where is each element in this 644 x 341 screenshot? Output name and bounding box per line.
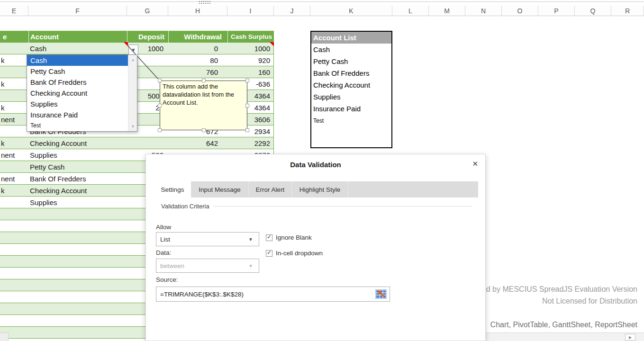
selection-handle[interactable]	[158, 79, 162, 82]
table-header-cash-surplus[interactable]: Cash Surplus	[227, 31, 274, 43]
table-header-deposit[interactable]: Deposit	[127, 31, 168, 43]
cell-type[interactable]	[1, 43, 27, 54]
table-header-type-fragment[interactable]: e	[0, 31, 28, 43]
tab-error-alert[interactable]: Error Alert	[249, 181, 292, 197]
cell-type[interactable]	[1, 126, 27, 137]
cell-type[interactable]: k	[1, 78, 27, 90]
allow-select[interactable]: List ▼	[156, 232, 259, 246]
column-header-h[interactable]: H	[168, 6, 227, 16]
table-header-withdrawal[interactable]: Withdrawal	[168, 31, 227, 43]
tab-settings[interactable]: Settings	[154, 181, 191, 197]
account-list-item[interactable]: Supplies	[311, 91, 391, 103]
cell-withdrawal[interactable]: 0	[168, 43, 223, 54]
cell-account[interactable]: Petty Cash	[28, 161, 126, 172]
column-header-f[interactable]: F	[28, 6, 127, 16]
account-list-item[interactable]: Bank Of Fredders	[311, 67, 391, 79]
cell-account[interactable]	[28, 291, 126, 303]
cell-type[interactable]	[1, 220, 27, 232]
cell-type[interactable]: k	[1, 54, 27, 66]
cell-account[interactable]	[28, 303, 126, 314]
cell-type[interactable]	[1, 161, 27, 172]
cell-account[interactable]	[28, 256, 126, 267]
column-header-e[interactable]: E	[0, 6, 28, 16]
dropdown-item[interactable]: Test	[27, 120, 128, 131]
cell-type[interactable]	[1, 208, 27, 220]
cell-account[interactable]: Cash	[28, 43, 126, 54]
column-header-n[interactable]: N	[465, 6, 502, 16]
account-list-item[interactable]: Test	[311, 115, 391, 126]
column-header-p[interactable]: P	[538, 6, 575, 16]
dropdown-item[interactable]: Insurance Paid	[27, 109, 128, 120]
account-list-item[interactable]: Petty Cash	[311, 55, 391, 67]
column-header-g[interactable]: G	[127, 6, 168, 16]
cell-account[interactable]: Checking Account	[28, 185, 126, 196]
cell-type[interactable]	[1, 66, 27, 78]
tab-highlight-style[interactable]: Highlight Style	[292, 181, 348, 197]
cell-account[interactable]	[28, 232, 126, 243]
drag-handle-dots-icon[interactable]	[199, 0, 211, 4]
chevron-down-icon[interactable]: ▼	[243, 237, 259, 242]
scroll-up-icon[interactable]: ▲	[128, 56, 137, 63]
cell-account[interactable]	[28, 244, 126, 255]
selection-handle[interactable]	[158, 104, 162, 108]
cell-withdrawal[interactable]: 642	[168, 137, 223, 149]
incell-dropdown-checkbox[interactable]: ✓ In-cell dropdown	[266, 250, 323, 257]
checkbox-icon[interactable]: ✓	[266, 250, 272, 257]
cell-type[interactable]	[1, 90, 27, 101]
cell-type[interactable]: nent	[1, 114, 27, 125]
account-list-item[interactable]: Insurance Paid	[311, 103, 391, 115]
cell-withdrawal[interactable]: 80	[168, 54, 223, 66]
dropdown-item[interactable]: Checking Account	[27, 88, 128, 99]
source-input[interactable]: =TRIMRANGE($K$3:.$K$28)	[156, 287, 390, 302]
close-icon[interactable]: ✕	[472, 160, 478, 168]
dropdown-item[interactable]: Supplies	[27, 99, 128, 109]
tab-input-message[interactable]: Input Message	[191, 181, 249, 197]
cell-type[interactable]	[1, 268, 27, 279]
table-header-account[interactable]: Account	[28, 31, 127, 43]
selection-handle[interactable]	[245, 104, 249, 108]
dropdown-item[interactable]: Bank Of Fredders	[27, 77, 128, 88]
cell-cash-surplus[interactable]: 160	[227, 66, 272, 78]
selection-handle[interactable]	[245, 128, 249, 132]
cell-type[interactable]	[1, 232, 27, 243]
selection-handle[interactable]	[245, 79, 249, 82]
cell-type[interactable]	[1, 291, 27, 303]
column-header-i[interactable]: I	[227, 6, 274, 16]
cell-cash-surplus[interactable]: 920	[227, 54, 272, 66]
cell-type[interactable]: k	[1, 137, 27, 149]
checkbox-icon[interactable]: ✓	[266, 234, 272, 241]
scroll-down-icon[interactable]: ▼	[128, 123, 137, 130]
cell-type[interactable]: k	[1, 185, 27, 196]
comment-box[interactable]: This column add the datavalidation list …	[160, 81, 247, 130]
cell-account[interactable]	[28, 279, 126, 291]
column-header-j[interactable]: J	[274, 6, 310, 16]
dropdown-item[interactable]: Petty Cash	[27, 66, 128, 77]
data-select[interactable]: between ▼	[156, 259, 259, 273]
cell-account[interactable]	[28, 220, 126, 232]
selection-handle[interactable]	[202, 128, 206, 132]
cell-type[interactable]	[1, 256, 27, 267]
ignore-blank-checkbox[interactable]: ✓ Ignore Blank	[266, 234, 312, 241]
column-header-k[interactable]: K	[310, 6, 392, 16]
selection-handle[interactable]	[158, 128, 162, 132]
scroll-right-button[interactable]: ▶	[625, 334, 635, 341]
cell-account[interactable]	[28, 268, 126, 279]
cell-type[interactable]: nent	[1, 149, 27, 161]
cell-type[interactable]	[1, 197, 27, 208]
cell-cash-surplus[interactable]: 2292	[227, 137, 272, 149]
cell-account[interactable]	[28, 327, 126, 338]
range-selector-icon[interactable]	[375, 289, 387, 299]
cell-type[interactable]: k	[1, 102, 27, 113]
cell-type[interactable]	[1, 244, 27, 255]
cell-account[interactable]	[28, 339, 126, 341]
dropdown-scrollbar[interactable]: ▲ ▼	[128, 55, 137, 131]
cell-account[interactable]: Checking Account	[28, 137, 126, 149]
cell-account[interactable]: Supplies	[28, 197, 126, 208]
column-header-q[interactable]: Q	[575, 6, 611, 16]
account-list-item[interactable]: Checking Account	[311, 79, 391, 91]
column-header-o[interactable]: O	[502, 6, 538, 16]
cell-type[interactable]	[1, 315, 27, 326]
cell-withdrawal[interactable]: 760	[168, 66, 223, 78]
cell-account[interactable]	[28, 208, 126, 220]
column-header-r[interactable]: R	[611, 6, 644, 16]
